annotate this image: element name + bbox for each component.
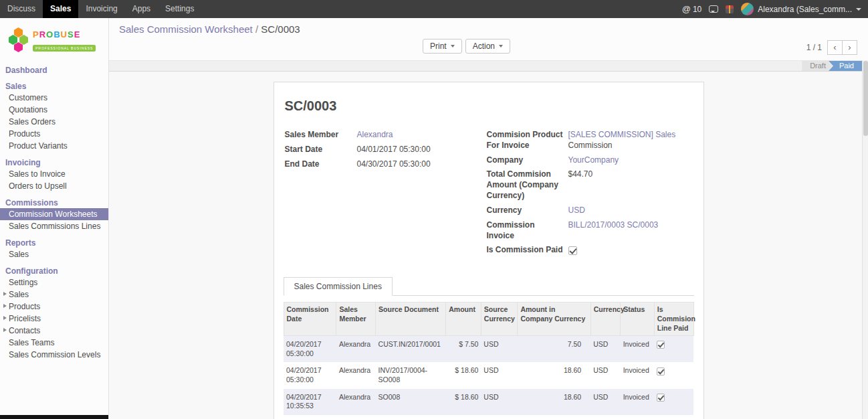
commission-invoice-link[interactable]: BILL/2017/0003 SC/0003 <box>568 220 659 242</box>
col-is-commission-line-paid: Is Commision Line Paid <box>654 303 693 336</box>
tab-sales-commission-lines[interactable]: Sales Commission Lines <box>284 277 393 296</box>
user-name: Alexandra (Sales_comm... <box>758 5 852 14</box>
sidebar: PROBUSE PROFESSIONAL BUSINESS Dashboard … <box>0 18 109 419</box>
expand-arrow-icon <box>3 316 7 320</box>
nav-invoicing[interactable]: Invoicing <box>78 0 124 18</box>
sidebar-section-sales[interactable]: Sales <box>0 80 108 92</box>
line-paid-checkbox[interactable] <box>657 394 665 402</box>
sidebar-item-commission-worksheets[interactable]: Commission Worksheets <box>0 208 108 220</box>
cell-date: 04/20/2017 10:35:53 <box>284 389 336 415</box>
chevron-down-icon <box>856 8 861 11</box>
breadcrumb-current: SC/0003 <box>261 23 300 35</box>
messages-icon[interactable] <box>709 5 718 13</box>
sidebar-item-config-products[interactable]: Products <box>0 301 108 313</box>
end-date-value: 04/30/2017 05:30:00 <box>357 159 431 170</box>
commission-product-link[interactable]: [SALES COMMISSION] Sales <box>568 130 676 141</box>
sidebar-section-commissions[interactable]: Commissions <box>0 197 108 208</box>
probuse-logo: PROBUSE PROFESSIONAL BUSINESS <box>0 18 108 60</box>
col-amount: Amount <box>446 303 481 336</box>
breadcrumb-parent-link[interactable]: Sales Commission Worksheet <box>119 23 253 35</box>
cell-date: 04/20/2017 05:30:00 <box>284 336 336 363</box>
field-end-date: End Date 04/30/2017 05:30:00 <box>285 159 484 170</box>
cell-amount: $ 18.60 <box>446 362 481 388</box>
sidebar-item-sales-commission-levels[interactable]: Sales Commission Levels <box>0 349 108 361</box>
sidebar-item-config-contacts[interactable]: Contacts <box>0 325 108 337</box>
main-area: Sales Commission Worksheet / SC/0003 Pri… <box>109 18 868 419</box>
nav-settings[interactable]: Settings <box>158 0 201 18</box>
field-commission-invoice: Commission Invoice BILL/2017/0003 SC/000… <box>487 220 694 242</box>
field-group-right: Commision Product For Invoice [SALES COM… <box>484 130 694 260</box>
currency-link[interactable]: USD <box>568 205 585 216</box>
cell-date: 04/20/2017 05:30:00 <box>284 362 336 388</box>
field-sales-member: Sales Member Alexandra <box>285 130 484 141</box>
pager-next-button[interactable]: › <box>842 40 857 55</box>
is-commission-paid-checkbox[interactable] <box>568 246 577 255</box>
cell-currency: USD <box>590 336 621 363</box>
activities-button[interactable]: @ 10 <box>682 4 702 14</box>
activity-count-badge: 10 <box>693 5 701 14</box>
cell-source-currency: USD <box>481 336 518 363</box>
cell-member: Alexandra <box>336 389 376 415</box>
cell-source-currency: USD <box>481 362 518 388</box>
sidebar-item-product-variants[interactable]: Product Variants <box>0 140 108 152</box>
nav-apps[interactable]: Apps <box>125 0 158 18</box>
field-currency: Currency USD <box>487 205 694 216</box>
table-row[interactable]: 04/20/2017 05:30:00 Alexandra INV/2017/0… <box>284 362 693 388</box>
sidebar-item-quotations[interactable]: Quotations <box>0 104 108 116</box>
sidebar-item-products[interactable]: Products <box>0 128 108 140</box>
systray: @ 10 Alexandra (Sales_comm... <box>682 0 868 18</box>
col-sales-member: Sales Member <box>336 303 376 336</box>
cell-currency: USD <box>590 362 621 388</box>
cell-member: Alexandra <box>336 362 376 388</box>
cell-status: Invoiced <box>621 362 655 388</box>
sidebar-section-reports[interactable]: Reports <box>0 237 108 248</box>
screen: Discuss Sales Invoicing Apps Settings @ … <box>0 0 868 419</box>
company-link[interactable]: YourCompany <box>568 155 619 166</box>
sidebar-item-sales-commissions-lines[interactable]: Sales Commissions Lines <box>0 220 108 232</box>
status-draft[interactable]: Draft <box>802 61 833 71</box>
user-menu[interactable]: Alexandra (Sales_comm... <box>741 3 861 15</box>
scrollbar-thumb[interactable] <box>863 61 868 136</box>
nav-sales[interactable]: Sales <box>43 0 78 18</box>
vertical-scrollbar <box>862 60 868 419</box>
line-paid-checkbox[interactable] <box>657 367 665 375</box>
cell-line-paid <box>654 389 693 415</box>
caret-down-icon <box>451 45 455 48</box>
table-spacer-row <box>284 415 693 419</box>
table-row[interactable]: 04/20/2017 05:30:00 Alexandra CUST.IN/20… <box>284 336 693 363</box>
sidebar-item-sales-teams[interactable]: Sales Teams <box>0 337 108 349</box>
sidebar-item-orders-to-upsell[interactable]: Orders to Upsell <box>0 180 108 192</box>
line-paid-checkbox[interactable] <box>657 341 665 349</box>
cell-status: Invoiced <box>621 389 655 415</box>
form-sheet: SC/0003 Sales Member Alexandra Start Dat… <box>274 82 704 419</box>
sidebar-item-customers[interactable]: Customers <box>0 92 108 104</box>
avatar <box>741 3 754 15</box>
commission-lines-table: Commission Date Sales Member Source Docu… <box>284 302 694 419</box>
notebook-tabs: Sales Commission Lines <box>284 277 694 296</box>
systray-extra-icon[interactable] <box>726 5 734 13</box>
top-navbar: Discuss Sales Invoicing Apps Settings @ … <box>0 0 868 18</box>
caret-down-icon <box>499 45 503 48</box>
status-paid[interactable]: Paid <box>829 61 862 71</box>
breadcrumb-separator: / <box>255 23 258 35</box>
logo-tagline: PROFESSIONAL BUSINESS <box>33 45 96 52</box>
sidebar-item-sales-orders[interactable]: Sales Orders <box>0 116 108 128</box>
sidebar-item-reports-sales[interactable]: Sales <box>0 248 108 260</box>
print-button[interactable]: Print <box>423 39 462 54</box>
action-button[interactable]: Action <box>465 39 510 54</box>
sidebar-item-config-pricelists[interactable]: Pricelists <box>0 313 108 325</box>
nav-discuss[interactable]: Discuss <box>0 0 43 18</box>
col-commission-date: Commission Date <box>284 303 336 336</box>
sidebar-item-config-settings[interactable]: Settings <box>0 276 108 288</box>
sidebar-item-sales-to-invoice[interactable]: Sales to Invoice <box>0 168 108 180</box>
table-row[interactable]: 04/20/2017 10:35:53 Alexandra SO008 $ 18… <box>284 389 693 415</box>
notebook: Sales Commission Lines Commission Date <box>284 277 694 419</box>
pager-previous-button[interactable]: ‹ <box>827 40 843 55</box>
sales-member-link[interactable]: Alexandra <box>357 130 393 141</box>
sidebar-section-dashboard[interactable]: Dashboard <box>0 64 108 76</box>
expand-arrow-icon <box>3 292 7 296</box>
sidebar-section-invoicing[interactable]: Invoicing <box>0 157 108 168</box>
sidebar-section-configuration[interactable]: Configuration <box>0 265 108 276</box>
sidebar-item-config-sales[interactable]: Sales <box>0 288 108 301</box>
control-panel-buttons: Print Action <box>423 39 510 54</box>
